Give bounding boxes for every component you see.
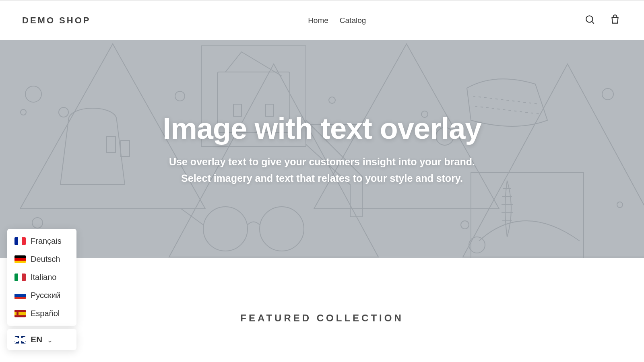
hero-title: Image with text overlay <box>163 111 481 146</box>
flag-france-icon <box>14 237 26 245</box>
language-option-label: Français <box>31 237 62 246</box>
featured-collection-title: FEATURED COLLECTION <box>0 313 644 324</box>
main-nav: Home Catalog <box>308 16 366 25</box>
language-option-italiano[interactable]: Italiano <box>7 268 76 286</box>
hero-subtitle-line-1: Use overlay text to give your customers … <box>169 156 475 167</box>
language-option-label: Русский <box>31 291 60 300</box>
language-option-espanol[interactable]: Español <box>7 304 76 323</box>
language-option-russian[interactable]: Русский <box>7 286 76 304</box>
cart-icon <box>610 20 620 26</box>
language-option-francais[interactable]: Français <box>7 232 76 250</box>
site-logo[interactable]: DEMO SHOP <box>22 15 91 26</box>
search-button[interactable] <box>583 13 597 28</box>
flag-germany-icon <box>14 255 26 263</box>
language-option-label: Deutsch <box>31 255 60 264</box>
svg-rect-6 <box>107 136 116 152</box>
language-option-deutsch[interactable]: Deutsch <box>7 250 76 268</box>
nav-catalog[interactable]: Catalog <box>340 16 366 25</box>
site-header: DEMO SHOP Home Catalog <box>0 0 644 40</box>
svg-point-8 <box>203 207 248 251</box>
svg-point-14 <box>32 218 43 228</box>
hero-subtitle: Use overlay text to give your customers … <box>163 154 481 187</box>
svg-point-19 <box>461 221 469 229</box>
svg-point-21 <box>602 88 613 100</box>
hero-text-overlay: Image with text overlay Use overlay text… <box>155 111 489 187</box>
svg-point-15 <box>175 91 185 101</box>
hero-section: Image with text overlay Use overlay text… <box>0 40 644 258</box>
search-icon <box>585 20 595 26</box>
header-icons <box>583 13 622 28</box>
language-menu: Français Deutsch Italiano Русский Españo… <box>7 229 76 324</box>
svg-point-9 <box>260 207 304 251</box>
flag-spain-icon <box>14 310 26 317</box>
hero-subtitle-line-2: Select imagery and text that relates to … <box>181 173 463 184</box>
svg-point-13 <box>59 107 68 117</box>
svg-point-0 <box>586 16 592 22</box>
language-option-label: Italiano <box>31 273 57 282</box>
svg-point-12 <box>21 109 26 115</box>
flag-russia-icon <box>14 292 26 299</box>
svg-line-1 <box>592 21 594 23</box>
svg-point-16 <box>329 97 335 103</box>
language-option-label: Español <box>31 309 60 318</box>
svg-point-11 <box>25 86 41 102</box>
flag-italy-icon <box>14 274 26 281</box>
cart-button[interactable] <box>608 13 622 28</box>
nav-home[interactable]: Home <box>308 16 328 25</box>
svg-rect-7 <box>121 140 130 156</box>
svg-point-22 <box>617 202 623 208</box>
